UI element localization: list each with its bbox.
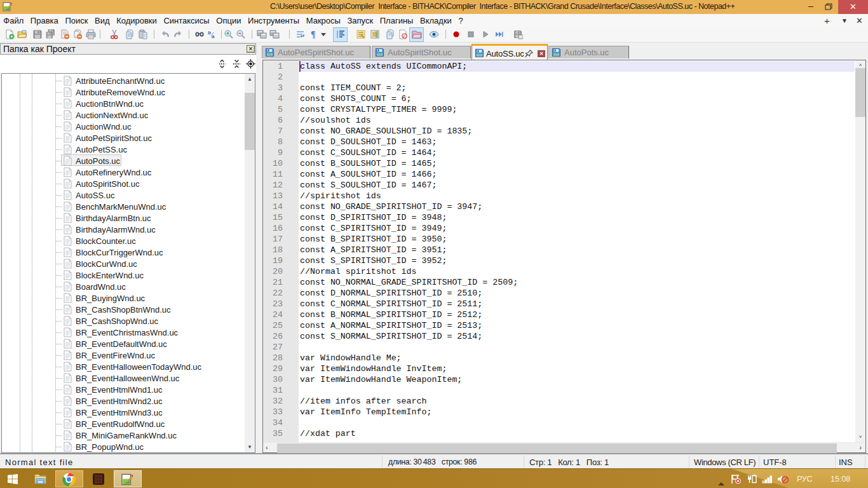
- svg-text:b: b: [208, 30, 211, 36]
- svg-text:¶: ¶: [311, 30, 316, 39]
